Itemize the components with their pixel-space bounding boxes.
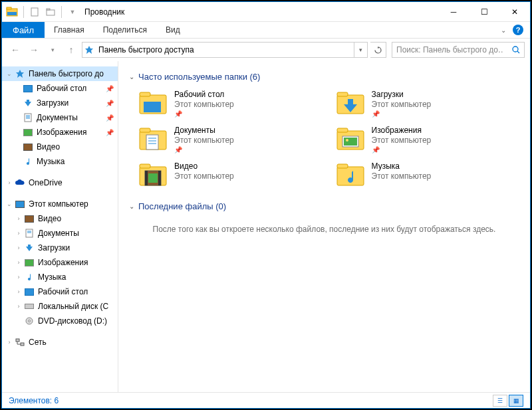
expand-icon[interactable]: ›: [5, 179, 14, 186]
expand-icon[interactable]: ›: [14, 259, 23, 266]
window-controls: ─ ☐ ✕: [438, 2, 530, 22]
svg-marker-19: [26, 245, 33, 251]
content-pane: ⌄ Часто используемые папки (6) Рабочий с…: [118, 61, 530, 392]
svg-rect-23: [21, 343, 24, 346]
quick-access-toolbar: ▼: [21, 5, 80, 19]
expand-icon[interactable]: ›: [5, 339, 14, 346]
folder-music[interactable]: Музыка Этот компьютер: [336, 161, 520, 188]
tree-network[interactable]: › Сеть: [2, 335, 118, 350]
collapse-icon[interactable]: ⌄: [129, 73, 134, 80]
folder-videos[interactable]: Видео Этот компьютер: [138, 161, 323, 188]
expand-icon[interactable]: ›: [14, 215, 23, 222]
svg-rect-48: [148, 173, 158, 183]
recent-files-empty-message: После того как вы откроете несколько фай…: [129, 225, 519, 234]
tree-this-pc[interactable]: ⌄ Этот компьютер: [2, 197, 118, 211]
ribbon-tab-share[interactable]: Поделиться: [94, 22, 156, 38]
tree-pc-dvd[interactable]: › DVD-дисковод (D:): [2, 314, 118, 328]
window-title: Проводник: [84, 7, 124, 17]
tree-pc-pictures[interactable]: › Изображения: [2, 255, 118, 270]
search-box[interactable]: [392, 42, 525, 58]
onedrive-icon: [14, 177, 26, 188]
tree-pc-videos[interactable]: › Видео: [2, 211, 118, 226]
folder-downloads-icon: [336, 90, 365, 116]
folder-downloads[interactable]: Загрузки Этот компьютер 📌: [336, 90, 520, 118]
tree-pc-desktop[interactable]: › Рабочий стол: [2, 284, 118, 299]
refresh-button[interactable]: [370, 42, 386, 58]
ribbon-tab-home[interactable]: Главная: [45, 22, 94, 38]
svg-rect-1: [7, 7, 11, 9]
tree-documents[interactable]: Документы 📌: [2, 110, 118, 125]
ribbon-tab-view[interactable]: Вид: [156, 22, 190, 38]
explorer-window: ▼ Проводник ─ ☐ ✕ Файл Главная Поделитьс…: [1, 1, 531, 409]
nav-forward-button[interactable]: →: [26, 42, 42, 58]
view-details-button[interactable]: ☰: [493, 395, 507, 407]
nav-up-button[interactable]: ↑: [63, 42, 79, 58]
tree-pc-downloads[interactable]: › Загрузки: [2, 241, 118, 255]
close-button[interactable]: ✕: [499, 2, 530, 22]
tree-downloads[interactable]: Загрузки 📌: [2, 96, 118, 110]
computer-icon: [14, 199, 26, 209]
group-frequent-folders[interactable]: ⌄ Часто используемые папки (6): [129, 72, 519, 82]
tree-pc-documents[interactable]: › Документы: [2, 226, 118, 241]
svg-rect-39: [337, 128, 348, 132]
desktop-icon: [22, 83, 34, 94]
tree-onedrive[interactable]: › OneDrive: [2, 175, 118, 190]
tree-music[interactable]: Музыка: [2, 154, 118, 169]
ribbon-collapse-icon[interactable]: ⌄: [501, 27, 506, 34]
expand-icon[interactable]: ›: [14, 230, 23, 237]
ribbon-tab-file[interactable]: Файл: [2, 22, 45, 38]
svg-rect-12: [25, 114, 31, 122]
svg-rect-28: [144, 102, 161, 112]
collapse-icon[interactable]: ⌄: [129, 203, 134, 210]
svg-rect-22: [16, 339, 19, 342]
folder-pictures[interactable]: Изображения Этот компьютер 📌: [336, 126, 520, 154]
expand-icon[interactable]: ›: [14, 245, 23, 251]
folder-desktop[interactable]: Рабочий стол Этот компьютер 📌: [138, 90, 323, 118]
qat-properties-button[interactable]: [27, 5, 42, 19]
help-icon[interactable]: ?: [513, 25, 523, 35]
expand-icon[interactable]: ⌄: [5, 70, 14, 77]
pictures-icon: [23, 257, 35, 268]
minimize-button[interactable]: ─: [438, 2, 469, 22]
tree-desktop[interactable]: Рабочий стол 📌: [2, 81, 118, 96]
svg-rect-34: [146, 135, 158, 150]
view-large-icons-button[interactable]: ▦: [509, 395, 523, 407]
tree-pc-music[interactable]: › Музыка: [2, 270, 118, 284]
music-icon: [23, 272, 35, 282]
group-recent-files[interactable]: ⌄ Последние файлы (0): [129, 201, 519, 211]
expand-icon[interactable]: ›: [14, 288, 23, 295]
svg-rect-16: [26, 229, 33, 237]
tree-pc-localdisk[interactable]: › Локальный диск (C: [2, 299, 118, 314]
nav-back-button[interactable]: ←: [7, 42, 23, 58]
svg-rect-27: [140, 92, 150, 96]
address-bar[interactable]: Панель быстрого доступа ▾: [82, 42, 368, 58]
explorer-app-icon: [6, 6, 18, 18]
svg-point-21: [29, 320, 31, 322]
videos-icon: [23, 213, 35, 224]
tree-videos[interactable]: Видео: [2, 140, 118, 154]
qat-customize-dropdown[interactable]: ▼: [65, 5, 80, 19]
address-text: Панель быстрого доступа: [96, 45, 354, 54]
downloads-icon: [23, 243, 35, 253]
expand-icon[interactable]: ›: [14, 274, 23, 280]
tree-quick-access[interactable]: ⌄ Панель быстрого до: [2, 66, 118, 81]
expand-icon[interactable]: ›: [14, 303, 23, 310]
folder-documents[interactable]: Документы Этот компьютер 📌: [138, 126, 323, 154]
qat-new-folder-button[interactable]: [43, 5, 58, 19]
search-icon[interactable]: [508, 45, 524, 54]
maximize-button[interactable]: ☐: [469, 2, 499, 22]
pin-icon: 📌: [106, 100, 114, 107]
expand-icon[interactable]: ⌄: [5, 201, 14, 207]
svg-point-42: [346, 139, 348, 142]
svg-rect-46: [145, 171, 148, 185]
pin-icon: 📌: [106, 85, 114, 92]
pin-icon: 📌: [372, 146, 432, 154]
search-input[interactable]: [392, 45, 508, 54]
address-dropdown-icon[interactable]: ▾: [354, 43, 367, 57]
videos-icon: [22, 142, 34, 152]
nav-history-dropdown[interactable]: ▾: [45, 42, 61, 58]
svg-rect-2: [7, 12, 17, 15]
navigation-pane: ⌄ Панель быстрого до Рабочий стол 📌 Загр…: [2, 61, 118, 392]
tree-pictures[interactable]: Изображения 📌: [2, 125, 118, 140]
dvd-icon: [23, 316, 35, 326]
